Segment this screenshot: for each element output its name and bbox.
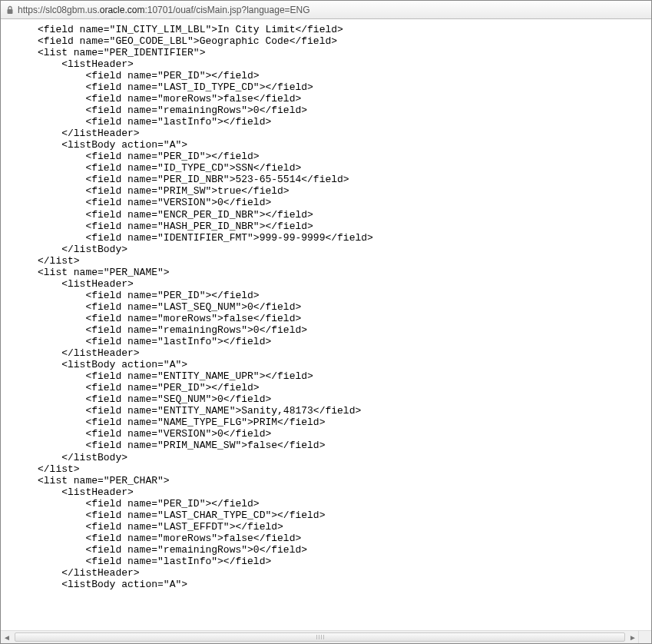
svg-rect-0 [8,9,13,14]
content-wrap: <field name="IN_CITY_LIM_LBL">In City Li… [1,19,651,643]
url-path: :10701/ouaf/cisMain.jsp?language=ENG [144,5,309,15]
xml-response-text: <field name="IN_CITY_LIM_LBL">In City Li… [1,19,651,631]
scroll-left-arrow-icon[interactable]: ◄ [1,632,13,642]
scroll-right-arrow-icon[interactable]: ► [627,632,639,642]
address-bar[interactable]: https://slc08gbm.us.oracle.com:10701/oua… [1,1,651,19]
browser-window: https://slc08gbm.us.oracle.com:10701/oua… [0,0,652,644]
url-host-domain: oracle.com [100,5,145,15]
url-host-prefix: slc08gbm.us. [45,5,100,15]
horizontal-scrollbar[interactable]: ◄ ► [1,630,639,643]
scrollbar-thumb[interactable] [15,632,625,642]
url-text: https://slc08gbm.us.oracle.com:10701/oua… [18,5,310,15]
content-scroll-area[interactable]: <field name="IN_CITY_LIM_LBL">In City Li… [1,19,651,631]
url-scheme: https:// [18,5,45,15]
scrollbar-corner [638,630,651,643]
scrollbar-grip-icon [316,635,324,639]
scrollbar-track[interactable] [13,632,627,642]
lock-icon [5,5,15,15]
